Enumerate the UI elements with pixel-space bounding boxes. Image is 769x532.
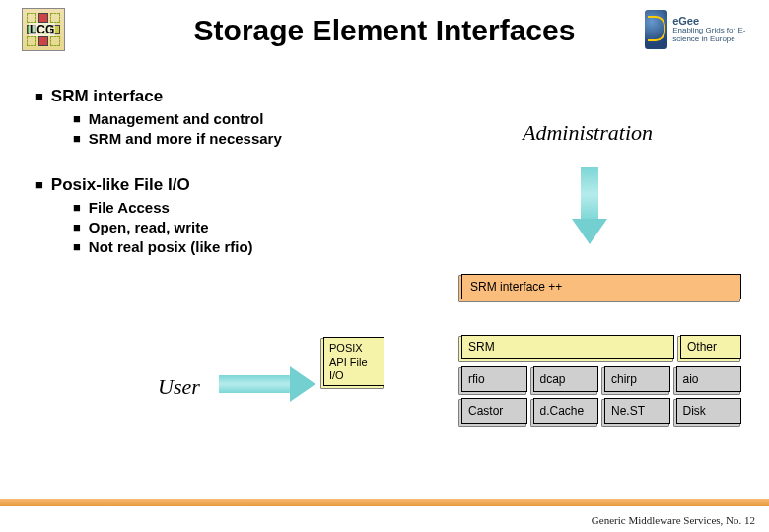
grid-cell: chirp <box>604 366 670 392</box>
bullet-posix-item: Not real posix (like rfio) <box>73 238 769 255</box>
bullet-posix-heading: Posix-like File I/O <box>35 175 769 195</box>
bullet-srm-heading: SRM interface <box>35 87 769 106</box>
egee-icon <box>645 10 667 49</box>
slide-header: LCG Storage Element Interfaces eGee Enab… <box>0 0 769 63</box>
grid-cell: Ne.ST <box>604 398 670 424</box>
footer-bar <box>0 499 769 506</box>
arrow-down-icon <box>572 167 607 244</box>
grid-cell: aio <box>676 366 742 392</box>
middleware-row: SRM Other <box>461 335 741 359</box>
user-label: User <box>158 374 200 400</box>
lcg-label: LCG <box>29 23 55 36</box>
srm-cell: SRM <box>461 335 674 359</box>
administration-label: Administration <box>523 120 653 146</box>
bullet-srm-item: Management and control <box>73 110 769 127</box>
other-cell: Other <box>680 335 741 359</box>
bullet-posix-item: Open, read, write <box>73 219 769 235</box>
egee-tagline: Enabling Grids for E-science in Europe <box>672 26 745 43</box>
srm-interface-box: SRM interface ++ <box>461 274 741 299</box>
grid-cell: Disk <box>676 398 742 424</box>
grid-cell: Castor <box>461 398 527 424</box>
grid-cell: dcap <box>533 366 599 392</box>
lcg-logo: LCG <box>22 8 65 51</box>
arrow-right-icon <box>219 366 317 402</box>
egee-logo: eGee Enabling Grids for E-science in Eur… <box>645 8 751 51</box>
bullet-srm-item: SRM and more if necessary <box>73 130 769 147</box>
footer-text: Generic Middleware Services, No. 12 <box>592 515 755 526</box>
storage-grid: rfio dcap chirp aio Castor d.Cache Ne.ST… <box>461 366 741 424</box>
grid-cell: d.Cache <box>533 398 599 424</box>
slide-content: SRM interface Management and control SRM… <box>0 79 769 258</box>
bullet-posix-item: File Access <box>73 199 769 216</box>
posix-api-box: POSIX API File I/O <box>323 337 384 386</box>
grid-cell: rfio <box>461 366 527 392</box>
